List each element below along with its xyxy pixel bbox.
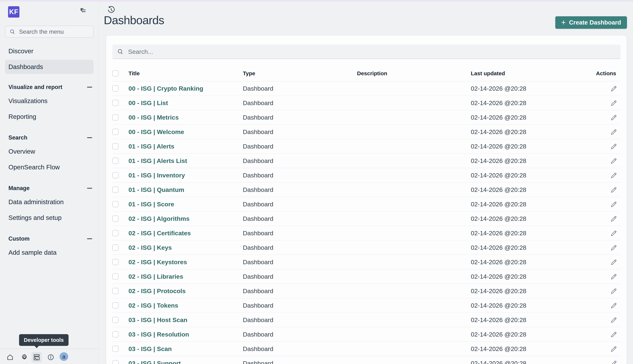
sidebar-item-visualizations[interactable]: Visualizations bbox=[0, 93, 98, 109]
dashboard-title-link[interactable]: 02 - ISG | Keystores bbox=[128, 258, 187, 266]
info-button[interactable] bbox=[46, 352, 56, 362]
dashboard-title-link[interactable]: 03 - ISG | Support bbox=[128, 360, 181, 364]
dashboard-title-link[interactable]: 02 - ISG | Tokens bbox=[128, 302, 178, 309]
row-checkbox[interactable] bbox=[112, 100, 119, 106]
dashboard-title-link[interactable]: 03 - ISG | Resolution bbox=[128, 331, 189, 338]
collapse-sidebar-button[interactable] bbox=[79, 7, 87, 15]
edit-button[interactable] bbox=[609, 200, 618, 208]
row-checkbox[interactable] bbox=[112, 85, 119, 92]
cell-last-updated: 02-14-2026 @20:28 bbox=[471, 168, 526, 182]
cell-type: Dashboard bbox=[243, 197, 273, 212]
sidebar-item-add-sample-data[interactable]: Add sample data bbox=[0, 244, 98, 260]
table-search-input[interactable] bbox=[128, 48, 586, 55]
cell-type: Dashboard bbox=[243, 327, 273, 342]
app-logo[interactable]: KF bbox=[8, 6, 20, 18]
row-checkbox[interactable] bbox=[112, 129, 119, 135]
edit-button[interactable] bbox=[609, 258, 618, 266]
row-checkbox[interactable] bbox=[112, 346, 119, 352]
edit-button[interactable] bbox=[609, 214, 618, 223]
row-checkbox[interactable] bbox=[112, 158, 119, 164]
edit-button[interactable] bbox=[609, 272, 618, 281]
dashboard-title-link[interactable]: 02 - ISG | Libraries bbox=[128, 273, 183, 280]
sidebar-item-reporting[interactable]: Reporting bbox=[0, 109, 98, 124]
row-checkbox[interactable] bbox=[112, 244, 119, 251]
edit-button[interactable] bbox=[609, 244, 618, 252]
sidebar-item-opensearch-flow[interactable]: OpenSearch Flow bbox=[0, 159, 98, 175]
sidebar-item-dashboards[interactable]: Dashboards bbox=[5, 60, 94, 74]
collapse-section-icon[interactable] bbox=[87, 238, 92, 239]
dashboard-title-link[interactable]: 02 - ISG | Protocols bbox=[128, 288, 186, 294]
select-all-checkbox[interactable] bbox=[112, 70, 119, 76]
cell-last-updated: 02-14-2026 @20:28 bbox=[471, 269, 526, 284]
row-checkbox[interactable] bbox=[112, 317, 119, 323]
edit-button[interactable] bbox=[609, 229, 618, 238]
row-checkbox[interactable] bbox=[112, 360, 119, 364]
row-checkbox[interactable] bbox=[112, 201, 119, 207]
developer-tools-button[interactable] bbox=[31, 352, 42, 362]
column-description[interactable]: Description bbox=[357, 66, 387, 81]
dashboard-title-link[interactable]: 01 - ISG | Score bbox=[128, 201, 174, 208]
dashboard-title-link[interactable]: 01 - ISG | Alerts List bbox=[128, 157, 187, 164]
menu-search-input[interactable] bbox=[19, 28, 89, 35]
edit-button[interactable] bbox=[609, 128, 618, 136]
edit-button[interactable] bbox=[609, 287, 618, 295]
edit-button[interactable] bbox=[609, 99, 618, 107]
settings-button[interactable] bbox=[19, 352, 30, 362]
user-avatar[interactable]: a bbox=[60, 352, 68, 361]
column-type[interactable]: Type bbox=[243, 66, 255, 81]
dashboard-title-link[interactable]: 03 - ISG | Host Scan bbox=[128, 316, 187, 324]
sidebar-item-discover[interactable]: Discover bbox=[0, 43, 98, 59]
edit-button[interactable] bbox=[609, 142, 618, 151]
recently-viewed-icon[interactable] bbox=[107, 6, 116, 14]
edit-button[interactable] bbox=[609, 359, 618, 364]
edit-pencil-icon bbox=[610, 273, 617, 280]
dashboard-title-link[interactable]: 00 - ISG | List bbox=[128, 100, 168, 106]
column-title[interactable]: Title bbox=[128, 66, 140, 81]
dashboard-title-link[interactable]: 01 - ISG | Quantum bbox=[128, 186, 184, 193]
edit-pencil-icon bbox=[610, 244, 617, 251]
row-checkbox[interactable] bbox=[112, 288, 119, 294]
developer-tools-tooltip: Developer tools bbox=[19, 334, 69, 346]
edit-button[interactable] bbox=[609, 186, 618, 194]
row-checkbox[interactable] bbox=[112, 216, 119, 222]
collapse-section-icon[interactable] bbox=[87, 87, 92, 88]
create-dashboard-button[interactable]: + Create Dashboard bbox=[555, 16, 627, 29]
edit-button[interactable] bbox=[609, 157, 618, 165]
edit-button[interactable] bbox=[609, 316, 618, 324]
edit-button[interactable] bbox=[609, 171, 618, 180]
sidebar-item-settings-and-setup[interactable]: Settings and setup bbox=[0, 210, 98, 226]
row-checkbox[interactable] bbox=[112, 273, 119, 280]
dashboard-title-link[interactable]: 01 - ISG | Alerts bbox=[128, 143, 174, 150]
home-button[interactable] bbox=[5, 352, 16, 362]
sidebar-item-data-administration[interactable]: Data administration bbox=[0, 194, 98, 210]
table-row: 02 - ISG | Keys Dashboard 02-14-2026 @20… bbox=[112, 240, 620, 255]
row-checkbox[interactable] bbox=[112, 143, 119, 150]
row-checkbox[interactable] bbox=[112, 186, 119, 193]
dashboard-title-link[interactable]: 02 - ISG | Certificates bbox=[128, 230, 191, 237]
edit-button[interactable] bbox=[609, 302, 618, 310]
row-checkbox[interactable] bbox=[112, 331, 119, 338]
dashboard-title-link[interactable]: 03 - ISG | Scan bbox=[128, 345, 172, 352]
dashboard-title-link[interactable]: 02 - ISG | Keys bbox=[128, 244, 172, 251]
dashboard-title-link[interactable]: 00 - ISG | Welcome bbox=[128, 128, 184, 136]
sidebar-item-overview[interactable]: Overview bbox=[0, 144, 98, 159]
column-last-updated[interactable]: Last updated bbox=[471, 66, 505, 81]
collapse-section-icon[interactable] bbox=[87, 188, 92, 188]
cell-type: Dashboard bbox=[243, 226, 273, 240]
cell-type: Dashboard bbox=[243, 212, 273, 226]
dashboard-title-link[interactable]: 00 - ISG | Crypto Ranking bbox=[128, 85, 203, 92]
row-checkbox[interactable] bbox=[112, 114, 119, 120]
row-checkbox[interactable] bbox=[112, 302, 119, 308]
collapse-section-icon[interactable] bbox=[87, 137, 92, 138]
dashboard-title-link[interactable]: 01 - ISG | Inventory bbox=[128, 172, 185, 179]
row-checkbox[interactable] bbox=[112, 259, 119, 265]
edit-pencil-icon bbox=[610, 259, 617, 266]
row-checkbox[interactable] bbox=[112, 172, 119, 178]
row-checkbox[interactable] bbox=[112, 230, 119, 236]
dashboard-title-link[interactable]: 02 - ISG | Algorithms bbox=[128, 215, 189, 222]
edit-button[interactable] bbox=[609, 345, 618, 353]
edit-button[interactable] bbox=[609, 84, 618, 93]
edit-button[interactable] bbox=[609, 113, 618, 122]
dashboard-title-link[interactable]: 00 - ISG | Metrics bbox=[128, 114, 179, 121]
edit-button[interactable] bbox=[609, 330, 618, 339]
